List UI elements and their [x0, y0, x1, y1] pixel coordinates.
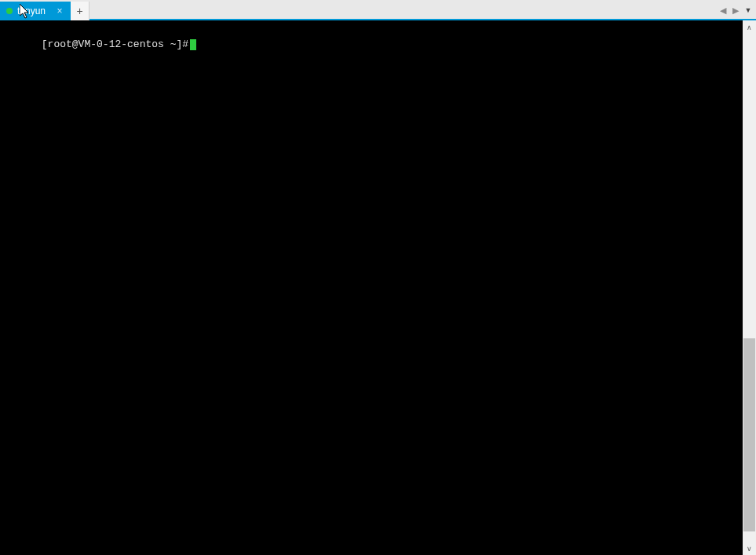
scroll-up-button[interactable]: ∧ — [743, 20, 756, 34]
connection-status-icon — [6, 8, 13, 14]
terminal-view[interactable]: [root@VM-0-12-centos ~]# — [0, 20, 743, 555]
scroll-track[interactable] — [743, 34, 756, 542]
terminal-prompt-line: [root@VM-0-12-centos ~]# — [5, 24, 738, 66]
scroll-thumb[interactable] — [743, 338, 755, 531]
prompt-text: [root@VM-0-12-centos ~]# — [42, 38, 188, 50]
tab-bar: tenyun × + ◀ ▶ ▼ — [0, 0, 756, 20]
scroll-down-button[interactable]: ∨ — [743, 542, 756, 555]
main-area: [root@VM-0-12-centos ~]# ∧ ∨ — [0, 20, 756, 555]
prev-tab-button[interactable]: ◀ — [718, 5, 728, 16]
terminal-cursor — [190, 39, 196, 50]
tab-nav-controls: ◀ ▶ ▼ — [718, 0, 753, 20]
close-tab-button[interactable]: × — [55, 5, 64, 16]
tab-list-dropdown[interactable]: ▼ — [743, 6, 753, 14]
vertical-scrollbar[interactable]: ∧ ∨ — [743, 20, 756, 555]
tab-session-1[interactable]: tenyun × — [0, 2, 71, 20]
next-tab-button[interactable]: ▶ — [731, 5, 740, 16]
new-tab-button[interactable]: + — [71, 2, 89, 20]
tab-label: tenyun — [17, 5, 50, 16]
